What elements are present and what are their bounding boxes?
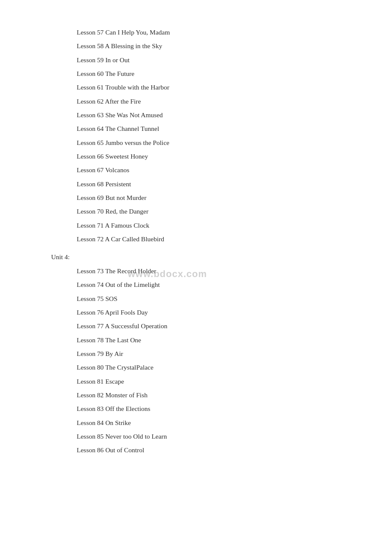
- list-item: Lesson 67 Volcanos: [77, 163, 375, 177]
- list-item: Lesson 60 The Future: [77, 67, 375, 81]
- list-item: Lesson 65 Jumbo versus the Police: [77, 136, 375, 150]
- list-item: Lesson 63 She Was Not Amused: [77, 108, 375, 122]
- list-item: Lesson 71 A Famous Clock: [77, 219, 375, 232]
- list-item: Lesson 80 The CrystalPalace: [77, 361, 375, 374]
- list-item: Lesson 70 Red, the Danger: [77, 205, 375, 218]
- page-content: Lesson 57 Can I Help You, MadamLesson 58…: [0, 26, 392, 457]
- list-item: Lesson 59 In or Out: [77, 53, 375, 67]
- list-item: Lesson 57 Can I Help You, Madam: [77, 26, 375, 39]
- list-item: Lesson 74 Out of the Limelight: [77, 278, 375, 292]
- list-item: Lesson 58 A Blessing in the Sky: [77, 39, 375, 53]
- list-item: Lesson 82 Monster of Fish: [77, 388, 375, 402]
- list-item: Lesson 85 Never too Old to Learn: [77, 430, 375, 443]
- list-item: Lesson 78 The Last One: [77, 333, 375, 347]
- unit4-heading: Unit 4:: [51, 251, 375, 263]
- list-item: Lesson 84 On Strike: [77, 416, 375, 430]
- list-item: Lesson 73 The Record Holder: [77, 264, 375, 278]
- unit4-lesson-list: Lesson 73 The Record HolderLesson 74 Out…: [77, 264, 375, 457]
- list-item: Lesson 75 SOS: [77, 292, 375, 306]
- list-item: Lesson 86 Out of Control: [77, 443, 375, 457]
- list-item: Lesson 81 Escape: [77, 375, 375, 388]
- list-item: Lesson 72 A Car Called Bluebird: [77, 232, 375, 246]
- list-item: Lesson 66 Sweetest Honey: [77, 150, 375, 163]
- list-item: Lesson 64 The Channel Tunnel: [77, 122, 375, 136]
- list-item: Lesson 68 Persistent: [77, 177, 375, 191]
- list-item: Lesson 62 After the Fire: [77, 95, 375, 108]
- page-wrapper: Lesson 57 Can I Help You, MadamLesson 58…: [0, 26, 392, 457]
- list-item: Lesson 61 Trouble with the Harbor: [77, 81, 375, 94]
- list-item: Lesson 83 Off the Elections: [77, 402, 375, 416]
- list-item: Lesson 69 But not Murder: [77, 191, 375, 205]
- list-item: Lesson 79 By Air: [77, 347, 375, 361]
- list-item: Lesson 76 April Fools Day: [77, 306, 375, 319]
- list-item: Lesson 77 A Successful Operation: [77, 319, 375, 333]
- unit3-lesson-list: Lesson 57 Can I Help You, MadamLesson 58…: [77, 26, 375, 246]
